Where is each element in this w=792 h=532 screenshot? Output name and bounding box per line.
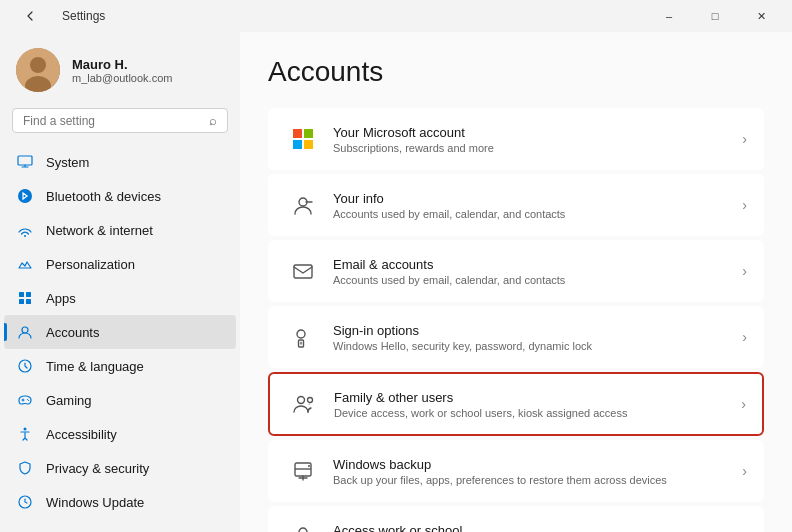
sidebar-item-update-label: Windows Update (46, 495, 144, 510)
sign-in-options-icon (285, 319, 321, 355)
svg-point-4 (18, 189, 32, 203)
settings-item-access-work-school[interactable]: Access work or school Organization resou… (268, 506, 764, 532)
settings-list: Your Microsoft account Subscriptions, re… (268, 108, 764, 532)
content-area: Accounts Your Microsoft account Subscrip… (240, 32, 792, 532)
sidebar-item-accessibility[interactable]: Accessibility (0, 417, 240, 451)
settings-item-sign-in-options-text: Sign-in options Windows Hello, security … (333, 323, 742, 352)
nav-list: System Bluetooth & devices (0, 141, 240, 523)
user-profile[interactable]: Mauro H. m_lab@outlook.com (0, 36, 240, 108)
avatar (16, 48, 60, 92)
sidebar-item-system-label: System (46, 155, 89, 170)
personalization-icon (16, 255, 34, 273)
settings-item-sign-in-options-title: Sign-in options (333, 323, 742, 338)
chevron-icon: › (742, 329, 747, 345)
chevron-icon: › (742, 463, 747, 479)
maximize-button[interactable]: □ (692, 0, 738, 32)
chevron-icon: › (742, 263, 747, 279)
settings-item-access-work-school-text: Access work or school Organization resou… (333, 523, 742, 533)
sidebar-item-time-label: Time & language (46, 359, 144, 374)
settings-item-your-info-title: Your info (333, 191, 742, 206)
sidebar-item-update[interactable]: Windows Update (0, 485, 240, 519)
settings-item-windows-backup[interactable]: Windows backup Back up your files, apps,… (268, 440, 764, 502)
settings-item-sign-in-options[interactable]: Sign-in options Windows Hello, security … (268, 306, 764, 368)
svg-point-29 (308, 465, 310, 467)
settings-item-your-info[interactable]: Your info Accounts used by email, calend… (268, 174, 764, 236)
sidebar-item-personalization[interactable]: Personalization (0, 247, 240, 281)
settings-item-access-work-school-title: Access work or school (333, 523, 742, 533)
svg-point-26 (298, 397, 305, 404)
titlebar: Settings – □ ✕ (0, 0, 792, 32)
accounts-icon (16, 323, 34, 341)
svg-point-14 (24, 428, 27, 431)
sidebar-item-accounts[interactable]: Accounts (4, 315, 236, 349)
time-icon (16, 357, 34, 375)
sidebar-item-network[interactable]: Network & internet (0, 213, 240, 247)
svg-point-12 (27, 399, 28, 400)
sidebar-item-apps[interactable]: Apps (0, 281, 240, 315)
svg-point-27 (308, 398, 313, 403)
microsoft-account-icon (285, 121, 321, 157)
svg-point-1 (30, 57, 46, 73)
chevron-icon: › (742, 197, 747, 213)
privacy-icon (16, 459, 34, 477)
svg-rect-3 (18, 156, 32, 165)
sidebar-item-bluetooth[interactable]: Bluetooth & devices (0, 179, 240, 213)
user-info: Mauro H. m_lab@outlook.com (72, 57, 172, 84)
sidebar-item-network-label: Network & internet (46, 223, 153, 238)
chevron-icon: › (741, 396, 746, 412)
settings-item-microsoft-account-desc: Subscriptions, rewards and more (333, 142, 742, 154)
settings-item-microsoft-account-text: Your Microsoft account Subscriptions, re… (333, 125, 742, 154)
back-button[interactable] (8, 0, 54, 32)
sidebar-item-bluetooth-label: Bluetooth & devices (46, 189, 161, 204)
settings-item-email-accounts-title: Email & accounts (333, 257, 742, 272)
window-controls: – □ ✕ (646, 0, 784, 32)
settings-item-family-other-users[interactable]: Family & other users Device access, work… (268, 372, 764, 436)
svg-rect-17 (304, 129, 313, 138)
sidebar-item-personalization-label: Personalization (46, 257, 135, 272)
settings-item-family-other-users-desc: Device access, work or school users, kio… (334, 407, 741, 419)
settings-item-email-accounts-text: Email & accounts Accounts used by email,… (333, 257, 742, 286)
svg-point-5 (24, 235, 26, 237)
settings-item-microsoft-account[interactable]: Your Microsoft account Subscriptions, re… (268, 108, 764, 170)
settings-item-windows-backup-title: Windows backup (333, 457, 742, 472)
svg-rect-6 (19, 292, 24, 297)
apps-icon (16, 289, 34, 307)
svg-rect-18 (293, 140, 302, 149)
svg-rect-7 (26, 292, 31, 297)
access-work-school-icon (285, 519, 321, 532)
sidebar: Mauro H. m_lab@outlook.com ⌕ System (0, 32, 240, 532)
family-other-users-icon (286, 386, 322, 422)
settings-item-your-info-desc: Accounts used by email, calendar, and co… (333, 208, 742, 220)
sidebar-item-time[interactable]: Time & language (0, 349, 240, 383)
sidebar-item-accessibility-label: Accessibility (46, 427, 117, 442)
bluetooth-icon (16, 187, 34, 205)
titlebar-left: Settings (8, 0, 105, 32)
sidebar-item-privacy-label: Privacy & security (46, 461, 149, 476)
close-button[interactable]: ✕ (738, 0, 784, 32)
your-info-icon (285, 187, 321, 223)
settings-item-family-other-users-text: Family & other users Device access, work… (334, 390, 741, 419)
sidebar-item-system[interactable]: System (0, 145, 240, 179)
settings-item-email-accounts-desc: Accounts used by email, calendar, and co… (333, 274, 742, 286)
minimize-button[interactable]: – (646, 0, 692, 32)
svg-point-10 (22, 327, 28, 333)
chevron-icon: › (742, 131, 747, 147)
settings-item-your-info-text: Your info Accounts used by email, calend… (333, 191, 742, 220)
sidebar-item-gaming[interactable]: Gaming (0, 383, 240, 417)
back-icon (25, 10, 37, 22)
search-input[interactable] (23, 114, 201, 128)
update-icon (16, 493, 34, 511)
user-email: m_lab@outlook.com (72, 72, 172, 84)
sidebar-item-privacy[interactable]: Privacy & security (0, 451, 240, 485)
search-box[interactable]: ⌕ (12, 108, 228, 133)
settings-item-microsoft-account-title: Your Microsoft account (333, 125, 742, 140)
user-name: Mauro H. (72, 57, 172, 72)
windows-backup-icon (285, 453, 321, 489)
svg-rect-22 (294, 265, 312, 278)
settings-item-windows-backup-text: Windows backup Back up your files, apps,… (333, 457, 742, 486)
accessibility-icon (16, 425, 34, 443)
email-accounts-icon (285, 253, 321, 289)
svg-rect-8 (19, 299, 24, 304)
settings-item-family-other-users-title: Family & other users (334, 390, 741, 405)
settings-item-email-accounts[interactable]: Email & accounts Accounts used by email,… (268, 240, 764, 302)
